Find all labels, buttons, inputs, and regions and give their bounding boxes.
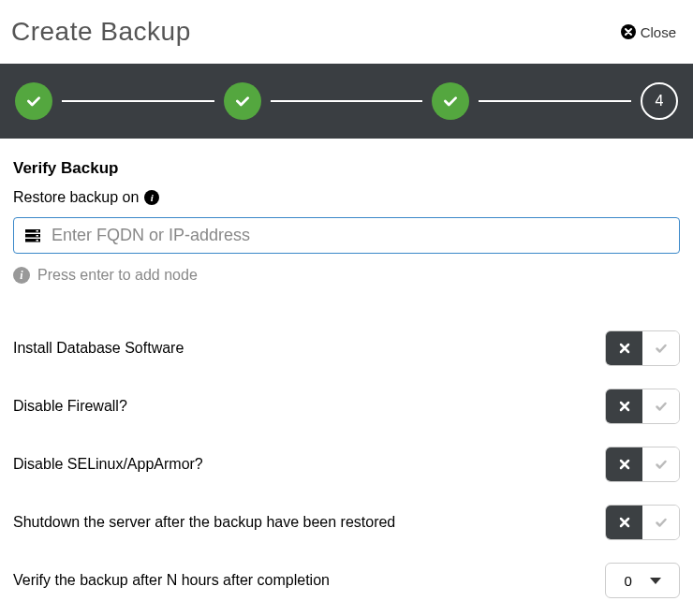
step-3[interactable] [432,82,469,120]
restore-label-row: Restore backup on i [13,189,680,206]
x-icon [618,400,631,413]
option-install-db-software: Install Database Software [13,319,680,377]
chevron-down-icon [650,578,661,584]
info-icon[interactable]: i [144,190,159,205]
x-icon [618,458,631,471]
info-icon: i [13,267,30,284]
option-label: Shutdown the server after the backup hav… [13,514,395,531]
helper-text: Press enter to add node [37,267,198,284]
close-icon [621,24,636,39]
check-icon [442,93,459,110]
option-shutdown-after-restore: Shutdown the server after the backup hav… [13,493,680,551]
section-title: Verify Backup [13,159,680,178]
toggle-off-button[interactable] [606,506,642,539]
stepper: 4 [0,64,693,139]
svg-rect-4 [37,230,39,232]
option-label: Install Database Software [13,340,184,357]
helper-row: i Press enter to add node [13,267,680,284]
toggle-on-button[interactable] [642,389,679,423]
restore-label: Restore backup on [13,189,139,206]
close-label: Close [641,24,676,40]
toggle-disable-selinux[interactable] [605,447,680,482]
check-icon [655,400,668,413]
toggle-shutdown-after-restore[interactable] [605,505,680,540]
toggle-on-button[interactable] [642,447,679,481]
step-line [479,100,631,102]
option-label: Disable Firewall? [13,398,127,415]
option-disable-firewall: Disable Firewall? [13,377,680,435]
check-icon [655,516,668,529]
modal-header: Create Backup Close [0,0,693,64]
check-icon [25,93,42,110]
options-section: Install Database Software Disable Firewa… [13,319,680,609]
check-icon [655,458,668,471]
option-disable-selinux: Disable SELinux/AppArmor? [13,435,680,493]
step-4-current[interactable]: 4 [641,82,678,120]
close-button[interactable]: Close [621,24,676,40]
x-icon [618,342,631,355]
check-icon [655,342,668,355]
toggle-off-button[interactable] [606,331,642,365]
verify-hours-select[interactable]: 0 [605,563,680,598]
svg-rect-6 [37,240,39,242]
option-verify-after-hours: Verify the backup after N hours after co… [13,551,680,609]
step-line [271,100,423,102]
toggle-on-button[interactable] [642,331,679,365]
toggle-on-button[interactable] [642,506,679,539]
svg-rect-5 [37,235,39,237]
step-1[interactable] [15,82,52,120]
step-2[interactable] [224,82,261,120]
toggle-disable-firewall[interactable] [605,389,680,424]
toggle-install-db-software[interactable] [605,330,680,366]
server-icon [25,229,40,242]
page-title: Create Backup [11,17,191,47]
option-label: Disable SELinux/AppArmor? [13,456,203,473]
select-value: 0 [624,573,631,589]
fqdn-input[interactable] [52,226,668,245]
check-icon [234,93,251,110]
content-area: Verify Backup Restore backup on i i Pres… [0,139,693,616]
fqdn-input-container[interactable] [13,217,680,254]
x-icon [618,516,631,529]
step-line [62,100,214,102]
step-number: 4 [656,93,664,110]
toggle-off-button[interactable] [606,389,642,423]
option-label: Verify the backup after N hours after co… [13,572,330,589]
toggle-off-button[interactable] [606,447,642,481]
